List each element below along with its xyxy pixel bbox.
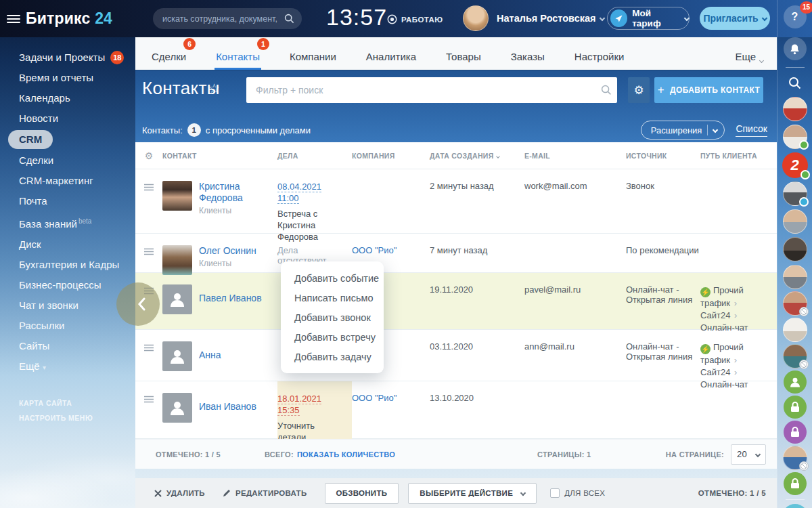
delete-button[interactable]: УДАЛИТЬ [154, 489, 205, 497]
col-company[interactable]: КОМПАНИЯ [352, 152, 430, 160]
chat-avatar[interactable] [783, 182, 807, 206]
table-row[interactable]: Кристина Федорова Клиенты 08.04.2021 11:… [135, 169, 777, 234]
help-button[interactable]: ? 15 [784, 5, 807, 28]
menu-icon[interactable] [7, 13, 20, 25]
call-button[interactable]: ОБЗВОНИТЬ [325, 483, 399, 504]
contact-avatar-placeholder[interactable] [162, 393, 192, 423]
company-link[interactable]: ООО "Рио" [352, 393, 397, 403]
col-email[interactable]: E-MAIL [524, 152, 626, 160]
sidebar-item-news[interactable]: Новости [19, 108, 135, 129]
sidebar-item-calendar[interactable]: Календарь [19, 88, 135, 108]
private-chat-icon[interactable] [784, 472, 807, 495]
sidebar-item-processes[interactable]: Бизнес-процессы [19, 275, 135, 295]
menu-item-add-event[interactable]: Добавить событие [281, 268, 384, 288]
table-row[interactable]: Иван Иванов 18.01.2021 15:35Уточнить дет… [135, 381, 777, 439]
configure-menu-link[interactable]: НАСТРОИТЬ МЕНЮ [19, 410, 135, 425]
col-path[interactable]: ПУТЬ КЛИЕНТА [700, 152, 777, 160]
sidebar-item-crm-marketing[interactable]: CRM-маркетинг [19, 171, 135, 191]
tab-contacts[interactable]: Контакты1 [215, 37, 261, 70]
private-chat-icon[interactable] [784, 396, 807, 419]
group-chat-icon[interactable] [784, 371, 807, 394]
sidebar-item-deals[interactable]: Сделки [19, 150, 135, 171]
tab-settings[interactable]: Настройки [573, 37, 626, 70]
table-row-selected[interactable]: Павел Иванов 19.11.2020 pavel@mail.ru Он… [135, 273, 777, 330]
chat-avatar[interactable] [783, 344, 807, 368]
tab-orders[interactable]: Заказы [510, 37, 546, 70]
overdue-activity-link[interactable]: 18.01.2021 15:35 [277, 394, 321, 416]
overdue-count-badge[interactable]: 1 [187, 123, 201, 137]
chat-avatar[interactable] [783, 291, 807, 316]
menu-item-add-call[interactable]: Добавить звонок [281, 308, 384, 327]
sidebar-item-knowledge-base[interactable]: База знанийbeta [19, 211, 135, 234]
user-menu[interactable]: Наталья Ростовская [463, 5, 604, 31]
col-source[interactable]: ИСТОЧНИК [626, 152, 700, 160]
columns-gear-icon[interactable]: ⚙ [135, 150, 162, 161]
tab-companies[interactable]: Компании [288, 37, 338, 70]
chat-avatar[interactable] [783, 446, 807, 470]
tab-deals[interactable]: Сделки6 [150, 37, 187, 70]
activity-link[interactable]: 08.04.2021 11:00 [277, 182, 321, 204]
contact-photo[interactable] [162, 181, 192, 211]
per-page-select[interactable]: 20 [731, 444, 766, 465]
contact-name-link[interactable]: Олег Осинин [199, 245, 256, 257]
sidebar-item-accounting[interactable]: Бухгалтерия и Кадры [19, 255, 135, 275]
tariff-button[interactable]: Мой тариф [607, 7, 690, 30]
private-chat-icon[interactable] [784, 421, 807, 444]
sidebar-item-more[interactable]: Ещё ▾ [19, 356, 135, 378]
filter-search-input[interactable] [246, 77, 617, 103]
show-count-link[interactable]: ПОКАЗАТЬ КОЛИЧЕСТВО [297, 450, 395, 459]
sitemap-link[interactable]: КАРТА САЙТА [19, 396, 135, 410]
table-row[interactable]: Олег Осинин Клиенты Дела отсутствуют ООО… [135, 234, 777, 273]
favorite-star-icon[interactable]: ☆ [208, 81, 220, 96]
sidebar-item-sites[interactable]: Сайты [19, 336, 135, 356]
mobile-app-button[interactable] [782, 504, 808, 508]
view-settings-button[interactable]: ⚙ [628, 77, 650, 103]
contact-name-link[interactable]: Иван Иванов [199, 401, 256, 412]
col-created[interactable]: ДАТА СОЗДАНИЯ [430, 152, 524, 160]
work-status-button[interactable]: РАБОТАЮ [387, 14, 443, 24]
chat-avatar[interactable] [783, 125, 807, 149]
choose-action-dropdown[interactable]: ВЫБЕРИТЕ ДЕЙСТВИЕ [408, 483, 537, 504]
contact-name-link[interactable]: Кристина Федорова [199, 181, 277, 204]
add-contact-button[interactable]: + ДОБАВИТЬ КОНТАКТ [654, 77, 763, 103]
for-all-checkbox[interactable] [550, 488, 560, 498]
sidebar-item-mail[interactable]: Почта [19, 191, 135, 211]
view-mode-list-link[interactable]: Список [736, 123, 767, 137]
rail-search-button[interactable] [786, 74, 804, 91]
contact-avatar-placeholder[interactable] [162, 284, 192, 314]
table-row[interactable]: Анна 03.11.2020 ann@mail.ru Онлайн-чат -… [135, 330, 777, 381]
col-contact[interactable]: КОНТАКТ [162, 152, 277, 160]
chat-avatar[interactable] [783, 237, 807, 261]
chat-avatar[interactable] [783, 265, 807, 289]
global-search-input[interactable] [153, 8, 302, 29]
drag-handle-icon[interactable] [144, 247, 154, 275]
col-activity[interactable]: ДЕЛА [277, 152, 352, 160]
contact-photo[interactable] [162, 245, 192, 275]
invite-button[interactable]: Пригласить [700, 7, 770, 30]
drag-handle-icon[interactable] [144, 395, 154, 443]
sidebar-item-newsletters[interactable]: Рассылки [19, 316, 135, 336]
menu-item-add-meeting[interactable]: Добавить встречу [281, 327, 384, 347]
menu-item-add-task[interactable]: Добавить задачу [281, 347, 384, 366]
chat-avatar[interactable] [783, 209, 807, 234]
user-avatar[interactable] [463, 5, 489, 31]
extensions-button[interactable]: Расширения [641, 121, 725, 140]
contact-avatar-placeholder[interactable] [162, 341, 192, 371]
chat-avatar[interactable] [783, 97, 807, 121]
bitrix24-chat-badge[interactable]: 2 [782, 152, 808, 178]
tab-products[interactable]: Товары [445, 37, 482, 70]
sidebar-collapse-handle[interactable] [116, 282, 160, 326]
chat-avatar[interactable] [783, 318, 807, 342]
sidebar-item-tasks[interactable]: Задачи и Проекты18 [19, 47, 135, 68]
menu-item-write-email[interactable]: Написать письмо [281, 288, 384, 308]
company-link[interactable]: ООО "Рио" [352, 245, 397, 255]
sidebar-item-time[interactable]: Время и отчеты [19, 68, 135, 88]
contact-name-link[interactable]: Павел Иванов [199, 293, 262, 304]
contact-name-link[interactable]: Анна [199, 350, 221, 361]
tab-analytics[interactable]: Аналитика [365, 37, 418, 70]
tab-more[interactable]: Еще [734, 37, 765, 70]
notifications-button[interactable] [784, 37, 807, 60]
edit-button[interactable]: РЕДАКТИРОВАТЬ [223, 489, 307, 497]
sidebar-item-drive[interactable]: Диск [19, 234, 135, 255]
sidebar-item-crm[interactable]: CRM [8, 130, 53, 149]
